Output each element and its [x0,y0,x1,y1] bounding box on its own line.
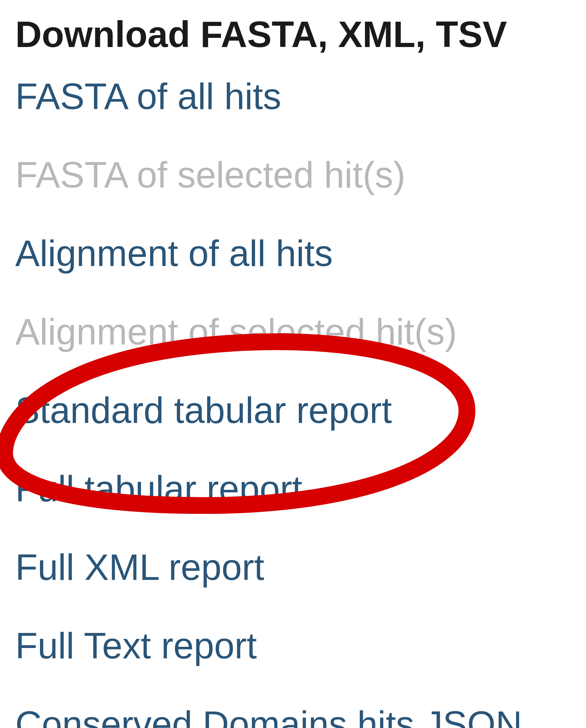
menu-item-full-text-report[interactable]: Full Text report [15,621,571,670]
menu-item-alignment-selected-hits: Alignment of selected hit(s) [15,307,571,356]
menu-item-fasta-all-hits[interactable]: FASTA of all hits [15,72,571,121]
menu-item-conserved-domains-json[interactable]: Conserved Domains hits JSON [15,699,571,728]
download-menu: Download FASTA, XML, TSV FASTA of all hi… [15,12,571,728]
menu-item-fasta-selected-hits: FASTA of selected hit(s) [15,150,571,200]
menu-item-standard-tabular-report[interactable]: Standard tabular report [15,385,571,435]
menu-item-alignment-all-hits[interactable]: Alignment of all hits [15,228,571,278]
download-menu-header: Download FASTA, XML, TSV [15,12,571,56]
menu-item-full-tabular-report[interactable]: Full tabular report [15,464,571,513]
menu-item-full-xml-report[interactable]: Full XML report [15,542,571,592]
